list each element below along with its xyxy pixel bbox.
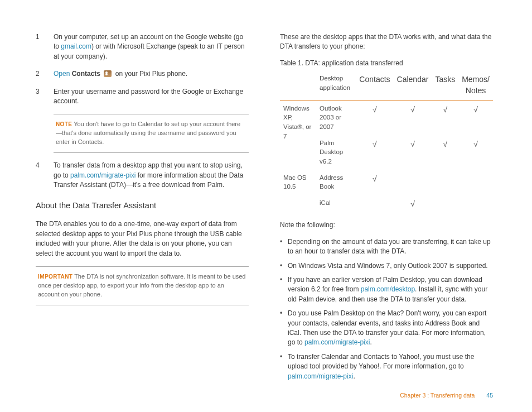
left-column: 1 On your computer, set up an account on… [36,32,249,390]
bullet-list: Depending on the amount of data you are … [280,237,493,381]
check-cell: √ [394,195,432,213]
table-header-row: Desktop application Contacts Calendar Ta… [280,71,493,100]
table-row: Mac OS 10.5 Address Book √ [280,170,493,195]
check-cell: √ [458,100,493,135]
list-item: If you have an earlier version of Palm D… [280,275,493,304]
check-cell [394,170,432,195]
check-cell: √ [432,135,458,170]
app-cell: Outlook 2003 or 2007 [316,100,356,135]
app-cell: Address Book [316,170,356,195]
step-list: 1 On your computer, set up an account on… [36,32,249,106]
step-body: Open Contacts on your Pixi Plus phone. [54,69,249,79]
check-cell: √ [458,135,493,170]
check-cell: √ [356,170,393,195]
col-contacts: Contacts [356,71,393,100]
step-body: On your computer, set up an account on t… [54,32,249,61]
migrate-pixi-link[interactable]: palm.com/migrate-pixi [304,338,370,346]
step-number: 2 [36,69,41,79]
page-footer: Chapter 3 : Transferring data 45 [0,392,532,399]
check-cell: √ [356,100,393,135]
check-cell [458,170,493,195]
note-callout-wrap: NOTE You don't have to go to Calendar to… [36,114,249,153]
table-caption: Table 1. DTA: application data transferr… [280,59,493,68]
note-text: You don't have to go to Calendar to set … [56,121,240,145]
step-4: 4 To transfer data from a desktop app th… [36,161,249,190]
paragraph: The DTA enables you to do a one-time, on… [36,219,249,258]
chapter-label: Chapter 3 : Transferring data [400,392,475,399]
app-cell: Palm Desktop v6.2 [316,135,356,170]
check-cell: √ [432,100,458,135]
col-memos: Memos/ Notes [458,71,493,100]
palm-desktop-link[interactable]: palm.com/desktop [361,285,415,293]
migrate-pixi-link[interactable]: palm.com/migrate-pixi [288,372,353,380]
page-content: 1 On your computer, set up an account on… [0,0,532,390]
contacts-bold: Contacts [72,70,100,78]
section-heading: About the Data Transfer Assistant [36,200,249,212]
os-cell: Windows XP, Vista®, or 7 [280,100,316,170]
step-body: Enter your username and password for the… [54,87,249,107]
page-number: 45 [486,392,493,399]
check-cell: √ [356,135,393,170]
list-item: On Windows Vista and Windows 7, only Out… [280,261,493,271]
dta-table: Desktop application Contacts Calendar Ta… [280,71,493,213]
os-cell: Mac OS 10.5 [280,170,316,213]
list-item: Do you use Palm Desktop on the Mac? Don'… [280,309,493,348]
step-number: 1 [36,32,41,61]
col-calendar: Calendar [394,71,432,100]
note-label: NOTE [56,121,72,127]
check-cell [432,195,458,213]
gmail-link[interactable]: gmail.com [61,42,91,50]
text: . [353,372,355,380]
check-cell [356,195,393,213]
text: . [370,338,371,346]
col-app: Desktop application [316,71,356,100]
contacts-icon [104,70,112,77]
migrate-pixi-link[interactable]: palm.com/migrate-pixi [70,171,136,179]
important-callout: IMPORTANT The DTA is not synchronization… [36,266,249,305]
important-label: IMPORTANT [38,274,72,280]
important-callout-wrap: IMPORTANT The DTA is not synchronization… [36,266,249,305]
app-cell: iCal [316,195,356,213]
check-cell [432,170,458,195]
step-number: 3 [36,87,41,107]
open-link[interactable]: Open [54,70,70,78]
step-body: To transfer data from a desktop app that… [54,161,249,190]
step-1: 1 On your computer, set up an account on… [36,32,249,61]
note-header: Note the following: [280,221,493,230]
check-cell [458,195,493,213]
step-2: 2 Open Contacts on your Pixi Plus phone. [36,69,249,79]
check-cell: √ [394,100,432,135]
col-tasks: Tasks [432,71,458,100]
check-cell: √ [394,135,432,170]
step-number: 4 [36,161,41,190]
note-callout: NOTE You don't have to go to Calendar to… [54,114,249,153]
list-item: To transfer Calendar and Contacts to Yah… [280,352,493,381]
step-list-cont: 4 To transfer data from a desktop app th… [36,161,249,190]
table-row: Windows XP, Vista®, or 7 Outlook 2003 or… [280,100,493,135]
col-os [280,71,316,100]
step-3: 3 Enter your username and password for t… [36,87,249,107]
text: on your Pixi Plus phone. [115,70,187,78]
right-column: These are the desktop apps that the DTA … [280,32,493,390]
text: To transfer Calendar and Contacts to Yah… [288,353,474,370]
intro-paragraph: These are the desktop apps that the DTA … [280,32,493,52]
list-item: Depending on the amount of data you are … [280,237,493,257]
